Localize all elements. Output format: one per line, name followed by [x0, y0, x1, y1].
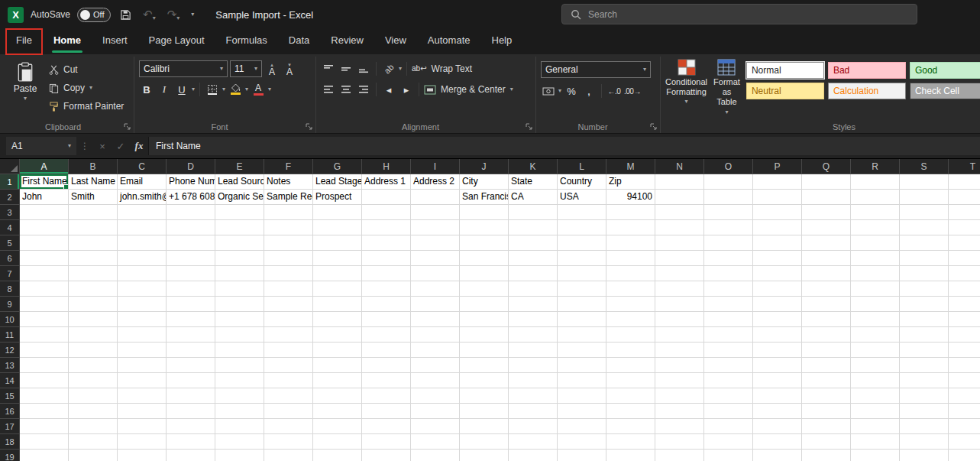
cell-G11[interactable]: [313, 327, 362, 343]
cell-E17[interactable]: [215, 419, 264, 434]
cell-M15[interactable]: [606, 388, 655, 404]
cell-C19[interactable]: [118, 450, 167, 461]
cell-J7[interactable]: [460, 266, 509, 281]
cell-J6[interactable]: [460, 251, 509, 266]
cell-R10[interactable]: [851, 312, 900, 327]
cell-B3[interactable]: [69, 205, 118, 220]
column-header-E[interactable]: E: [215, 159, 264, 174]
cell-M1[interactable]: Zip: [606, 174, 655, 190]
cell-N16[interactable]: [655, 404, 704, 419]
cell-L1[interactable]: Country: [558, 174, 606, 190]
cell-C8[interactable]: [118, 281, 167, 297]
formula-input[interactable]: First Name: [148, 137, 980, 155]
cell-K11[interactable]: [509, 327, 558, 343]
cell-N11[interactable]: [655, 327, 704, 343]
cell-N5[interactable]: [655, 235, 704, 251]
cell-Q1[interactable]: [802, 174, 851, 190]
format-as-table-button[interactable]: Format as Table ▾: [713, 59, 740, 119]
cell-S6[interactable]: [900, 251, 949, 266]
select-all-corner[interactable]: [0, 159, 20, 174]
cell-T19[interactable]: [949, 450, 980, 461]
cell-E2[interactable]: Organic Search: [215, 190, 264, 205]
cell-S10[interactable]: [900, 312, 949, 327]
cell-M3[interactable]: [606, 205, 655, 220]
cell-M17[interactable]: [606, 419, 655, 434]
cell-A7[interactable]: [20, 266, 69, 281]
cell-I1[interactable]: Address 2: [411, 174, 460, 190]
cell-P19[interactable]: [753, 450, 802, 461]
row-header-6[interactable]: 6: [0, 251, 20, 266]
cell-F2[interactable]: Sample Record: [264, 190, 313, 205]
cell-J12[interactable]: [460, 343, 509, 358]
cell-L17[interactable]: [558, 419, 606, 434]
cell-C6[interactable]: [118, 251, 167, 266]
cell-T11[interactable]: [949, 327, 980, 343]
cell-A1[interactable]: First Name: [20, 174, 69, 190]
cell-F4[interactable]: [264, 220, 313, 235]
cell-G16[interactable]: [313, 404, 362, 419]
cell-T8[interactable]: [949, 281, 980, 297]
cell-C13[interactable]: [118, 358, 167, 373]
cell-G7[interactable]: [313, 266, 362, 281]
cell-P8[interactable]: [753, 281, 802, 297]
cell-I18[interactable]: [411, 434, 460, 450]
cell-J17[interactable]: [460, 419, 509, 434]
cell-J5[interactable]: [460, 235, 509, 251]
name-box[interactable]: A1 ▾: [6, 137, 76, 155]
cell-F8[interactable]: [264, 281, 313, 297]
increase-indent-button[interactable]: ▸: [399, 82, 414, 97]
cell-H11[interactable]: [362, 327, 411, 343]
cell-M4[interactable]: [606, 220, 655, 235]
cell-N1[interactable]: [655, 174, 704, 190]
paste-button[interactable]: Paste ▾: [8, 59, 43, 119]
cell-P15[interactable]: [753, 388, 802, 404]
cell-F17[interactable]: [264, 419, 313, 434]
cell-D6[interactable]: [167, 251, 215, 266]
cell-S2[interactable]: [900, 190, 949, 205]
cell-J2[interactable]: San Francisco: [460, 190, 509, 205]
column-header-D[interactable]: D: [167, 159, 215, 174]
increase-font-size-button[interactable]: ▴A: [264, 61, 280, 76]
cell-R8[interactable]: [851, 281, 900, 297]
undo-button[interactable]: ↶ ▾: [141, 5, 158, 24]
cell-H7[interactable]: [362, 266, 411, 281]
cancel-button[interactable]: ×: [93, 137, 112, 155]
cell-R3[interactable]: [851, 205, 900, 220]
cell-D3[interactable]: [167, 205, 215, 220]
cell-N4[interactable]: [655, 220, 704, 235]
cell-E16[interactable]: [215, 404, 264, 419]
merge-center-button[interactable]: Merge & Center ▾: [424, 82, 513, 97]
cell-I4[interactable]: [411, 220, 460, 235]
cell-H16[interactable]: [362, 404, 411, 419]
insert-function-button[interactable]: fx: [130, 137, 148, 155]
cell-C14[interactable]: [118, 373, 167, 388]
cell-N7[interactable]: [655, 266, 704, 281]
cell-J16[interactable]: [460, 404, 509, 419]
quick-access-toolbar-menu-button[interactable]: ▾: [189, 5, 196, 24]
cell-I3[interactable]: [411, 205, 460, 220]
cell-G15[interactable]: [313, 388, 362, 404]
font-size-combobox[interactable]: 11 ▾: [230, 60, 262, 77]
cell-P18[interactable]: [753, 434, 802, 450]
font-color-button[interactable]: A: [251, 82, 266, 97]
tab-automate[interactable]: Automate: [418, 29, 480, 54]
tab-view[interactable]: View: [375, 29, 416, 54]
cell-P10[interactable]: [753, 312, 802, 327]
cell-A5[interactable]: [20, 235, 69, 251]
cell-O5[interactable]: [704, 235, 753, 251]
cell-S11[interactable]: [900, 327, 949, 343]
cell-S14[interactable]: [900, 373, 949, 388]
cell-N14[interactable]: [655, 373, 704, 388]
cell-D17[interactable]: [167, 419, 215, 434]
row-header-3[interactable]: 3: [0, 205, 20, 220]
cell-A16[interactable]: [20, 404, 69, 419]
cell-D4[interactable]: [167, 220, 215, 235]
cell-I6[interactable]: [411, 251, 460, 266]
cell-G5[interactable]: [313, 235, 362, 251]
column-header-B[interactable]: B: [69, 159, 118, 174]
cell-S18[interactable]: [900, 434, 949, 450]
cell-J8[interactable]: [460, 281, 509, 297]
cell-I19[interactable]: [411, 450, 460, 461]
cell-F19[interactable]: [264, 450, 313, 461]
row-header-1[interactable]: 1: [0, 174, 20, 190]
